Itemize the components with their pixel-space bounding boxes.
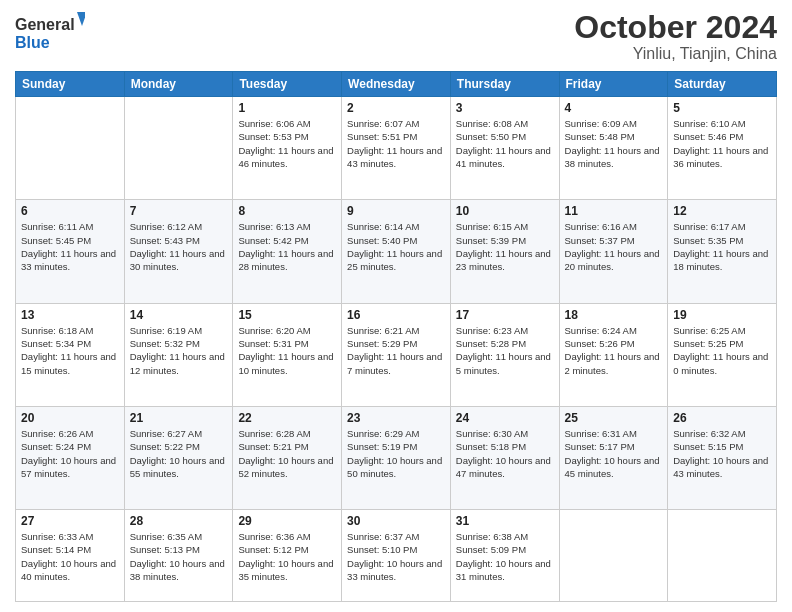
sunrise-text: Sunrise: 6:07 AM (347, 118, 419, 129)
table-row: 15 Sunrise: 6:20 AM Sunset: 5:31 PM Dayl… (233, 303, 342, 406)
day-number: 3 (456, 101, 554, 115)
table-row: 6 Sunrise: 6:11 AM Sunset: 5:45 PM Dayli… (16, 200, 125, 303)
day-info: Sunrise: 6:21 AM Sunset: 5:29 PM Dayligh… (347, 324, 445, 377)
sunrise-text: Sunrise: 6:35 AM (130, 531, 202, 542)
col-wednesday: Wednesday (342, 72, 451, 97)
day-number: 19 (673, 308, 771, 322)
svg-text:Blue: Blue (15, 34, 50, 51)
table-row: 9 Sunrise: 6:14 AM Sunset: 5:40 PM Dayli… (342, 200, 451, 303)
day-info: Sunrise: 6:18 AM Sunset: 5:34 PM Dayligh… (21, 324, 119, 377)
table-row: 17 Sunrise: 6:23 AM Sunset: 5:28 PM Dayl… (450, 303, 559, 406)
day-number: 28 (130, 514, 228, 528)
day-info: Sunrise: 6:28 AM Sunset: 5:21 PM Dayligh… (238, 427, 336, 480)
day-info: Sunrise: 6:25 AM Sunset: 5:25 PM Dayligh… (673, 324, 771, 377)
day-info: Sunrise: 6:27 AM Sunset: 5:22 PM Dayligh… (130, 427, 228, 480)
day-number: 23 (347, 411, 445, 425)
daylight-text: Daylight: 11 hours and 2 minutes. (565, 351, 660, 375)
table-row: 25 Sunrise: 6:31 AM Sunset: 5:17 PM Dayl… (559, 406, 668, 509)
sunset-text: Sunset: 5:48 PM (565, 131, 635, 142)
day-number: 12 (673, 204, 771, 218)
sunrise-text: Sunrise: 6:38 AM (456, 531, 528, 542)
sunset-text: Sunset: 5:13 PM (130, 544, 200, 555)
daylight-text: Daylight: 10 hours and 55 minutes. (130, 455, 225, 479)
table-row: 21 Sunrise: 6:27 AM Sunset: 5:22 PM Dayl… (124, 406, 233, 509)
daylight-text: Daylight: 11 hours and 18 minutes. (673, 248, 768, 272)
day-info: Sunrise: 6:32 AM Sunset: 5:15 PM Dayligh… (673, 427, 771, 480)
day-info: Sunrise: 6:29 AM Sunset: 5:19 PM Dayligh… (347, 427, 445, 480)
day-info: Sunrise: 6:26 AM Sunset: 5:24 PM Dayligh… (21, 427, 119, 480)
day-info: Sunrise: 6:35 AM Sunset: 5:13 PM Dayligh… (130, 530, 228, 583)
day-info: Sunrise: 6:07 AM Sunset: 5:51 PM Dayligh… (347, 117, 445, 170)
day-number: 7 (130, 204, 228, 218)
col-friday: Friday (559, 72, 668, 97)
day-number: 11 (565, 204, 663, 218)
sunset-text: Sunset: 5:29 PM (347, 338, 417, 349)
sunset-text: Sunset: 5:35 PM (673, 235, 743, 246)
table-row: 24 Sunrise: 6:30 AM Sunset: 5:18 PM Dayl… (450, 406, 559, 509)
day-number: 18 (565, 308, 663, 322)
sunset-text: Sunset: 5:42 PM (238, 235, 308, 246)
day-info: Sunrise: 6:31 AM Sunset: 5:17 PM Dayligh… (565, 427, 663, 480)
table-row: 23 Sunrise: 6:29 AM Sunset: 5:19 PM Dayl… (342, 406, 451, 509)
day-info: Sunrise: 6:14 AM Sunset: 5:40 PM Dayligh… (347, 220, 445, 273)
daylight-text: Daylight: 11 hours and 0 minutes. (673, 351, 768, 375)
day-number: 31 (456, 514, 554, 528)
sunrise-text: Sunrise: 6:13 AM (238, 221, 310, 232)
day-number: 22 (238, 411, 336, 425)
daylight-text: Daylight: 10 hours and 50 minutes. (347, 455, 442, 479)
table-row: 1 Sunrise: 6:06 AM Sunset: 5:53 PM Dayli… (233, 97, 342, 200)
sunrise-text: Sunrise: 6:36 AM (238, 531, 310, 542)
table-row: 14 Sunrise: 6:19 AM Sunset: 5:32 PM Dayl… (124, 303, 233, 406)
sunrise-text: Sunrise: 6:18 AM (21, 325, 93, 336)
table-row (16, 97, 125, 200)
day-number: 6 (21, 204, 119, 218)
table-row: 18 Sunrise: 6:24 AM Sunset: 5:26 PM Dayl… (559, 303, 668, 406)
day-number: 29 (238, 514, 336, 528)
day-number: 24 (456, 411, 554, 425)
sunset-text: Sunset: 5:51 PM (347, 131, 417, 142)
sunset-text: Sunset: 5:22 PM (130, 441, 200, 452)
daylight-text: Daylight: 10 hours and 38 minutes. (130, 558, 225, 582)
calendar-subtitle: Yinliu, Tianjin, China (574, 45, 777, 63)
sunrise-text: Sunrise: 6:12 AM (130, 221, 202, 232)
sunset-text: Sunset: 5:31 PM (238, 338, 308, 349)
daylight-text: Daylight: 11 hours and 36 minutes. (673, 145, 768, 169)
day-number: 15 (238, 308, 336, 322)
weekday-header-row: Sunday Monday Tuesday Wednesday Thursday… (16, 72, 777, 97)
sunrise-text: Sunrise: 6:26 AM (21, 428, 93, 439)
day-number: 17 (456, 308, 554, 322)
day-info: Sunrise: 6:23 AM Sunset: 5:28 PM Dayligh… (456, 324, 554, 377)
table-row (124, 97, 233, 200)
daylight-text: Daylight: 11 hours and 38 minutes. (565, 145, 660, 169)
daylight-text: Daylight: 11 hours and 46 minutes. (238, 145, 333, 169)
sunset-text: Sunset: 5:53 PM (238, 131, 308, 142)
sunrise-text: Sunrise: 6:16 AM (565, 221, 637, 232)
sunrise-text: Sunrise: 6:15 AM (456, 221, 528, 232)
sunset-text: Sunset: 5:09 PM (456, 544, 526, 555)
logo: General Blue (15, 10, 85, 55)
sunrise-text: Sunrise: 6:19 AM (130, 325, 202, 336)
table-row: 4 Sunrise: 6:09 AM Sunset: 5:48 PM Dayli… (559, 97, 668, 200)
logo-svg: General Blue (15, 10, 85, 55)
day-number: 9 (347, 204, 445, 218)
day-info: Sunrise: 6:19 AM Sunset: 5:32 PM Dayligh… (130, 324, 228, 377)
day-info: Sunrise: 6:36 AM Sunset: 5:12 PM Dayligh… (238, 530, 336, 583)
col-tuesday: Tuesday (233, 72, 342, 97)
day-info: Sunrise: 6:33 AM Sunset: 5:14 PM Dayligh… (21, 530, 119, 583)
table-row: 10 Sunrise: 6:15 AM Sunset: 5:39 PM Dayl… (450, 200, 559, 303)
col-saturday: Saturday (668, 72, 777, 97)
daylight-text: Daylight: 11 hours and 25 minutes. (347, 248, 442, 272)
table-row: 3 Sunrise: 6:08 AM Sunset: 5:50 PM Dayli… (450, 97, 559, 200)
day-number: 13 (21, 308, 119, 322)
sunset-text: Sunset: 5:37 PM (565, 235, 635, 246)
daylight-text: Daylight: 10 hours and 52 minutes. (238, 455, 333, 479)
table-row: 12 Sunrise: 6:17 AM Sunset: 5:35 PM Dayl… (668, 200, 777, 303)
sunrise-text: Sunrise: 6:10 AM (673, 118, 745, 129)
table-row: 20 Sunrise: 6:26 AM Sunset: 5:24 PM Dayl… (16, 406, 125, 509)
sunrise-text: Sunrise: 6:17 AM (673, 221, 745, 232)
day-number: 8 (238, 204, 336, 218)
daylight-text: Daylight: 11 hours and 28 minutes. (238, 248, 333, 272)
sunrise-text: Sunrise: 6:11 AM (21, 221, 93, 232)
sunrise-text: Sunrise: 6:27 AM (130, 428, 202, 439)
daylight-text: Daylight: 11 hours and 43 minutes. (347, 145, 442, 169)
